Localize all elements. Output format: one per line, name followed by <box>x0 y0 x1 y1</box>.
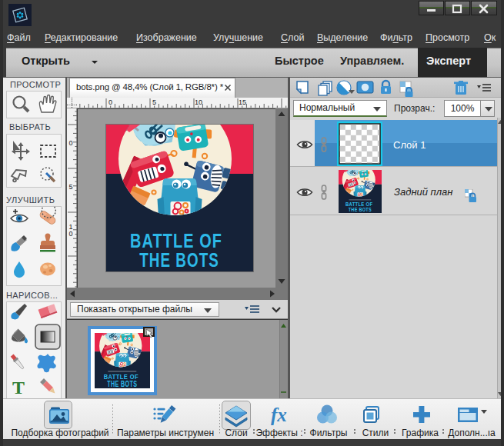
svg-text:0: 0 <box>108 98 112 106</box>
svg-text:15: 15 <box>239 98 246 106</box>
svg-text:T: T <box>12 378 25 398</box>
svg-text:0: 0 <box>69 139 73 147</box>
svg-text:10: 10 <box>195 98 202 106</box>
svg-text:5: 5 <box>152 98 156 106</box>
svg-text:fx: fx <box>271 404 287 425</box>
svg-text:5: 5 <box>69 183 73 191</box>
svg-text:0: 0 <box>69 230 73 238</box>
